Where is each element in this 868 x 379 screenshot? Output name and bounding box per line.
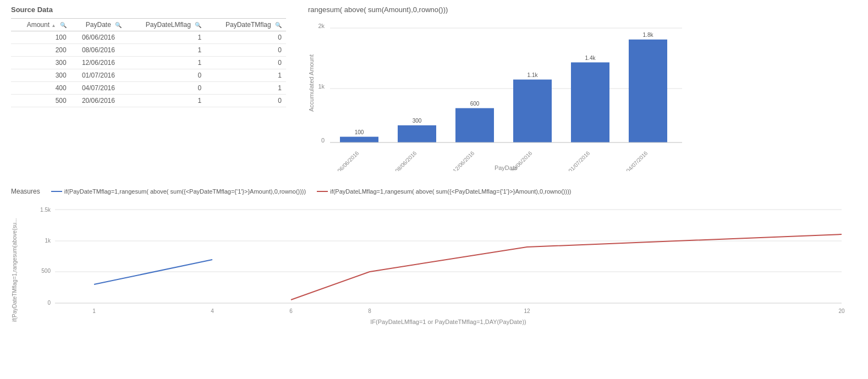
amount-cell: 200 xyxy=(11,44,71,57)
svg-text:100: 100 xyxy=(355,129,364,135)
measures-label: Measures xyxy=(11,188,40,195)
line-chart-container: if(PayDateTMflag=1,rangesum(above(su... … xyxy=(11,199,853,342)
lmflag-column-header: PayDateLMflag 🔍 xyxy=(126,19,206,31)
blue-series-label: if(PayDateTMflag=1,rangesum( above( sum(… xyxy=(64,188,306,195)
svg-text:20: 20 xyxy=(838,308,845,314)
svg-text:1k: 1k xyxy=(45,238,51,244)
svg-text:1.8k: 1.8k xyxy=(643,32,654,38)
svg-text:1.4k: 1.4k xyxy=(585,55,596,61)
paydate-cell: 12/06/2016 xyxy=(71,57,127,69)
svg-text:08/06/2016: 08/06/2016 xyxy=(394,150,417,171)
chart-legend: Measures if(PayDateTMflag=1,rangesum( ab… xyxy=(11,188,857,195)
svg-text:12: 12 xyxy=(524,308,530,314)
paydate-cell: 04/07/2016 xyxy=(71,82,127,95)
paydate-search-icon[interactable]: 🔍 xyxy=(115,22,122,28)
svg-text:8: 8 xyxy=(368,308,371,314)
svg-text:300: 300 xyxy=(413,118,422,124)
amount-cell: 300 xyxy=(11,57,71,69)
lmflag-cell: 1 xyxy=(126,57,206,69)
bar-chart-svg: 2k 1k 0 Accumulated Amount 100 300 600 xyxy=(308,17,693,171)
blue-legend-line xyxy=(51,191,62,192)
svg-rect-11 xyxy=(455,108,494,142)
svg-text:04/07/2016: 04/07/2016 xyxy=(625,150,649,171)
svg-text:1.1k: 1.1k xyxy=(528,72,539,78)
paydate-column-header: PayDate 🔍 xyxy=(71,19,127,31)
red-series-label: if(PayDateLMflag=1,rangesum( above( sum(… xyxy=(330,188,571,195)
svg-text:2k: 2k xyxy=(318,23,325,29)
tmflag-search-icon[interactable]: 🔍 xyxy=(275,22,282,28)
paydate-cell: 08/06/2016 xyxy=(71,44,127,57)
table-row: 300 01/07/2016 0 1 xyxy=(11,69,286,82)
table-row: 300 12/06/2016 1 0 xyxy=(11,57,286,69)
svg-rect-15 xyxy=(571,62,609,142)
red-series-legend: if(PayDateLMflag=1,rangesum( above( sum(… xyxy=(317,188,571,195)
bar-chart-title: rangesum( above( sum(Amount),0,rowno())) xyxy=(308,6,857,14)
svg-text:4: 4 xyxy=(211,308,214,314)
svg-rect-13 xyxy=(513,80,552,142)
amount-cell: 500 xyxy=(11,95,71,107)
source-data-title: Source Data xyxy=(11,6,286,14)
svg-text:IF(PayDateLMflag=1 or PayDateT: IF(PayDateLMflag=1 or PayDateTMflag=1,DA… xyxy=(370,318,526,325)
svg-text:if(PayDateTMflag=1,rangesum(ab: if(PayDateTMflag=1,rangesum(above(su... xyxy=(12,218,18,322)
bar-chart-container: 2k 1k 0 Accumulated Amount 100 300 600 xyxy=(308,17,693,171)
sort-arrow: ▲ xyxy=(51,23,56,28)
line-chart-section: Measures if(PayDateTMflag=1,rangesum( ab… xyxy=(0,182,868,347)
svg-text:Accumulated Amount: Accumulated Amount xyxy=(308,54,315,112)
line-chart-svg: if(PayDateTMflag=1,rangesum(above(su... … xyxy=(11,199,853,342)
red-series-line xyxy=(291,234,842,300)
svg-text:1k: 1k xyxy=(318,83,325,90)
paydate-cell: 01/07/2016 xyxy=(71,69,127,82)
lmflag-search-icon[interactable]: 🔍 xyxy=(195,22,201,28)
svg-text:PayDate: PayDate xyxy=(495,164,518,171)
source-data-section: Source Data Amount ▲ 🔍 PayDate 🔍 PayDate… xyxy=(11,6,286,171)
svg-text:1: 1 xyxy=(92,308,96,314)
svg-text:0: 0 xyxy=(321,137,325,144)
tmflag-column-header: PayDateTMflag 🔍 xyxy=(206,19,286,31)
amount-column-header: Amount ▲ 🔍 xyxy=(11,19,71,31)
paydate-cell: 06/06/2016 xyxy=(71,31,127,44)
lmflag-cell: 1 xyxy=(126,44,206,57)
svg-text:500: 500 xyxy=(41,268,51,274)
svg-text:06/06/2016: 06/06/2016 xyxy=(336,150,360,171)
table-row: 400 04/07/2016 0 1 xyxy=(11,82,286,95)
tmflag-cell: 0 xyxy=(206,57,286,69)
tmflag-cell: 0 xyxy=(206,95,286,107)
lmflag-cell: 0 xyxy=(126,69,206,82)
svg-rect-17 xyxy=(629,40,667,142)
paydate-cell: 20/06/2016 xyxy=(71,95,127,107)
amount-cell: 400 xyxy=(11,82,71,95)
table-row: 100 06/06/2016 1 0 xyxy=(11,31,286,44)
svg-text:1.5k: 1.5k xyxy=(40,207,51,213)
lmflag-cell: 0 xyxy=(126,82,206,95)
svg-text:6: 6 xyxy=(289,308,293,314)
amount-cell: 300 xyxy=(11,69,71,82)
table-row: 500 20/06/2016 1 0 xyxy=(11,95,286,107)
red-legend-line xyxy=(317,191,328,192)
svg-text:600: 600 xyxy=(470,101,480,107)
tmflag-cell: 1 xyxy=(206,82,286,95)
lmflag-cell: 1 xyxy=(126,95,206,107)
source-data-table: Amount ▲ 🔍 PayDate 🔍 PayDateLMflag 🔍 Pay… xyxy=(11,18,286,107)
lmflag-cell: 1 xyxy=(126,31,206,44)
tmflag-cell: 1 xyxy=(206,69,286,82)
tmflag-cell: 0 xyxy=(206,44,286,57)
svg-text:12/06/2016: 12/06/2016 xyxy=(452,150,475,171)
svg-text:0: 0 xyxy=(47,300,51,306)
svg-rect-7 xyxy=(340,137,378,142)
tmflag-cell: 0 xyxy=(206,31,286,44)
svg-rect-9 xyxy=(398,125,436,142)
svg-text:01/07/2016: 01/07/2016 xyxy=(567,150,591,171)
amount-cell: 100 xyxy=(11,31,71,44)
amount-search-icon[interactable]: 🔍 xyxy=(60,22,67,28)
blue-series-legend: if(PayDateTMflag=1,rangesum( above( sum(… xyxy=(51,188,306,195)
table-row: 200 08/06/2016 1 0 xyxy=(11,44,286,57)
bar-chart-section: rangesum( above( sum(Amount),0,rowno()))… xyxy=(308,6,857,171)
